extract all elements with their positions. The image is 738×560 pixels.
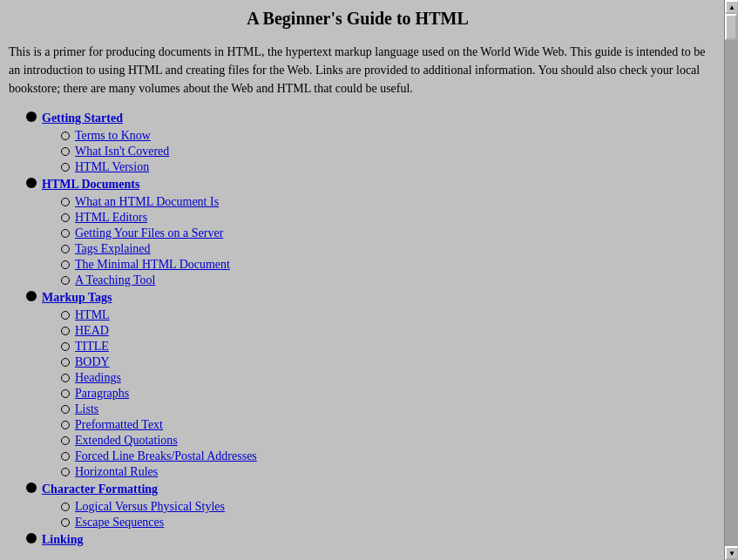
circle-icon [61, 163, 70, 172]
list-item: The Minimal HTML Document [61, 258, 707, 272]
list-item: What an HTML Document Is [61, 195, 707, 209]
circle-icon [61, 452, 70, 461]
list-item: HTML [61, 308, 707, 322]
extended-quotations-link[interactable]: Extended Quotations [75, 434, 178, 448]
circle-icon [61, 213, 70, 222]
bullet-icon [26, 291, 37, 301]
linking-link[interactable]: Linking [42, 533, 83, 547]
circle-icon [61, 327, 70, 335]
circle-icon [61, 503, 70, 511]
bullet-icon [26, 533, 37, 543]
escape-sequences-link[interactable]: Escape Sequences [75, 516, 164, 530]
circle-icon [61, 245, 70, 253]
list-item: Headings [61, 371, 707, 385]
circle-icon [61, 374, 70, 382]
section-getting-started: Getting Started Terms to Know What Isn't… [26, 111, 707, 174]
scroll-down-button[interactable]: ▼ [725, 546, 738, 560]
list-item: Lists [61, 402, 707, 416]
lists-link[interactable]: Lists [75, 402, 98, 416]
circle-icon [61, 468, 70, 476]
list-item: HEAD [61, 324, 707, 338]
character-formatting-sublist: Logical Versus Physical Styles Escape Se… [26, 500, 707, 530]
teaching-tool-link[interactable]: A Teaching Tool [75, 273, 155, 287]
markup-tags-sublist: HTML HEAD TITLE BODY Headings [26, 308, 707, 479]
minimal-html-link[interactable]: The Minimal HTML Document [75, 258, 230, 272]
main-content: A Beginner's Guide to HTML This is a pri… [0, 0, 724, 559]
list-item: Escape Sequences [61, 516, 707, 530]
head-tag-link[interactable]: HEAD [75, 324, 109, 338]
scrollbar[interactable]: ▲ ▼ [724, 0, 738, 560]
getting-started-link[interactable]: Getting Started [42, 111, 123, 125]
title-tag-link[interactable]: TITLE [75, 340, 109, 354]
list-item: HTML Editors [61, 211, 707, 225]
html-editors-link[interactable]: HTML Editors [75, 211, 147, 225]
markup-tags-link[interactable]: Markup Tags [42, 291, 112, 305]
list-item: Extended Quotations [61, 434, 707, 448]
circle-icon [61, 389, 70, 398]
body-tag-link[interactable]: BODY [75, 355, 110, 369]
list-item: A Teaching Tool [61, 273, 707, 287]
bullet-icon [26, 482, 37, 493]
navigation-list: Getting Started Terms to Know What Isn't… [9, 111, 707, 547]
html-documents-link[interactable]: HTML Documents [42, 178, 139, 192]
list-item: What Isn't Covered [61, 145, 707, 159]
list-item: Preformatted Text [61, 418, 707, 432]
page-title: A Beginner's Guide to HTML [9, 9, 707, 29]
list-item: Getting Your Files on a Server [61, 226, 707, 240]
circle-icon [61, 147, 70, 156]
list-item: Logical Versus Physical Styles [61, 500, 707, 514]
circle-icon [61, 405, 70, 414]
scroll-track[interactable] [725, 14, 738, 546]
getting-files-link[interactable]: Getting Your Files on a Server [75, 226, 223, 240]
circle-icon [61, 311, 70, 320]
what-html-doc-link[interactable]: What an HTML Document Is [75, 195, 219, 209]
circle-icon [61, 229, 70, 238]
list-item: Terms to Know [61, 129, 707, 143]
list-item: Paragraphs [61, 387, 707, 401]
character-formatting-link[interactable]: Character Formatting [42, 482, 158, 496]
bullet-icon [26, 111, 37, 122]
circle-icon [61, 260, 70, 269]
getting-started-sublist: Terms to Know What Isn't Covered HTML Ve… [26, 129, 707, 174]
section-markup-tags: Markup Tags HTML HEAD TITLE BODY [26, 291, 707, 479]
headings-link[interactable]: Headings [75, 371, 121, 385]
scroll-thumb[interactable] [725, 14, 737, 40]
what-isnt-covered-link[interactable]: What Isn't Covered [75, 145, 169, 159]
section-linking: Linking [26, 533, 707, 547]
list-item: TITLE [61, 340, 707, 354]
terms-know-link[interactable]: Terms to Know [75, 129, 151, 143]
list-item: HTML Version [61, 160, 707, 174]
list-item: BODY [61, 355, 707, 369]
section-character-formatting: Character Formatting Logical Versus Phys… [26, 482, 707, 530]
circle-icon [61, 342, 70, 351]
tags-explained-link[interactable]: Tags Explained [75, 242, 151, 256]
circle-icon [61, 276, 70, 285]
list-item: Forced Line Breaks/Postal Addresses [61, 449, 707, 463]
scroll-up-button[interactable]: ▲ [725, 0, 738, 14]
forced-line-breaks-link[interactable]: Forced Line Breaks/Postal Addresses [75, 449, 257, 463]
list-item: Horizontal Rules [61, 465, 707, 479]
logical-physical-link[interactable]: Logical Versus Physical Styles [75, 500, 225, 514]
preformatted-text-link[interactable]: Preformatted Text [75, 418, 163, 432]
section-html-documents: HTML Documents What an HTML Document Is … [26, 178, 707, 287]
circle-icon [61, 436, 70, 445]
html-version-link[interactable]: HTML Version [75, 160, 149, 174]
circle-icon [61, 132, 70, 140]
bullet-icon [26, 178, 37, 188]
circle-icon [61, 358, 70, 367]
paragraphs-link[interactable]: Paragraphs [75, 387, 129, 401]
horizontal-rules-link[interactable]: Horizontal Rules [75, 465, 158, 479]
circle-icon [61, 198, 70, 206]
circle-icon [61, 518, 70, 527]
html-tag-link[interactable]: HTML [75, 308, 110, 322]
html-documents-sublist: What an HTML Document Is HTML Editors Ge… [26, 195, 707, 287]
circle-icon [61, 421, 70, 429]
list-item: Tags Explained [61, 242, 707, 256]
intro-paragraph: This is a primer for producing documents… [9, 43, 707, 98]
